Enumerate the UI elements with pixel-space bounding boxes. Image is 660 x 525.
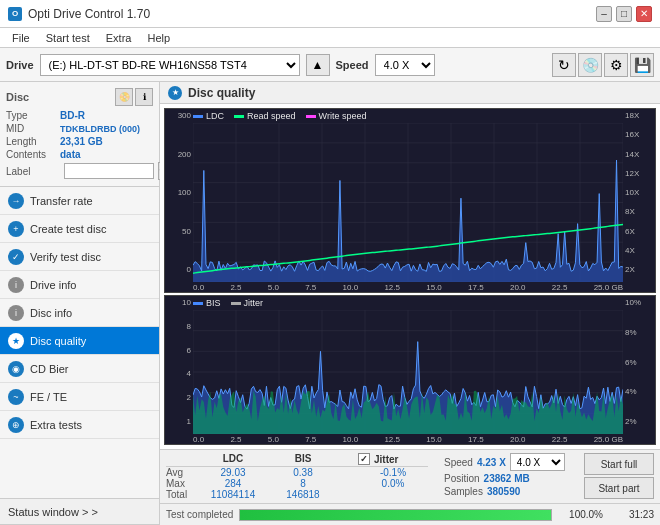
total-ldc: 11084114 xyxy=(198,489,268,500)
cd-bier-icon: ◉ xyxy=(8,361,24,377)
sidebar-item-verify-test-disc[interactable]: ✓ Verify test disc xyxy=(0,243,159,271)
legend-jitter: Jitter xyxy=(231,298,264,308)
sidebar-item-disc-quality[interactable]: ★ Disc quality xyxy=(0,327,159,355)
start-full-button[interactable]: Start full xyxy=(584,453,654,475)
sidebar-item-create-test-disc[interactable]: + Create test disc xyxy=(0,215,159,243)
save-icon[interactable]: 💾 xyxy=(630,53,654,77)
sidebar-item-drive-info[interactable]: i Drive info xyxy=(0,271,159,299)
y-label-12x: 12X xyxy=(625,169,639,178)
close-button[interactable]: ✕ xyxy=(636,6,652,22)
sidebar-item-verify-test-disc-label: Verify test disc xyxy=(30,251,101,263)
disc-mid-key: MID xyxy=(6,123,60,134)
sidebar-item-cd-bier[interactable]: ◉ CD Bier xyxy=(0,355,159,383)
sidebar-item-extra-tests[interactable]: ⊕ Extra tests xyxy=(0,411,159,439)
speed-select-control[interactable]: 4.0 X xyxy=(510,453,565,471)
y-label-6x: 6X xyxy=(625,227,635,236)
progress-time: 31:23 xyxy=(609,509,654,520)
toolbar-icons: ↻ 💿 ⚙ 💾 xyxy=(552,53,654,77)
menu-file[interactable]: File xyxy=(4,30,38,46)
y-label-300: 300 xyxy=(178,111,191,120)
settings-icon[interactable]: ⚙ xyxy=(604,53,628,77)
disc-info-icon[interactable]: ℹ xyxy=(135,88,153,106)
disc-contents-key: Contents xyxy=(6,149,60,160)
disc-label-key: Label xyxy=(6,166,60,177)
x-5: 5.0 xyxy=(268,283,279,292)
sidebar-item-transfer-rate[interactable]: → Transfer rate xyxy=(0,187,159,215)
x-15: 15.0 xyxy=(426,283,442,292)
content-area: ★ Disc quality LDC Read speed xyxy=(160,82,660,525)
speed-current-key: Speed xyxy=(444,457,473,468)
legend-jitter-label: Jitter xyxy=(244,298,264,308)
bottom-chart-y-right: 10% 8% 6% 4% 2% xyxy=(623,296,655,428)
disc-mid-val: TDKBLDRBD (000) xyxy=(60,124,140,134)
progress-bar xyxy=(239,509,552,521)
x-17-5: 17.5 xyxy=(468,283,484,292)
read-speed-dot xyxy=(234,115,244,118)
legend-ldc: LDC xyxy=(193,111,224,121)
stats-spacer xyxy=(338,453,358,467)
drive-info-icon: i xyxy=(8,277,24,293)
drive-select[interactable]: (E:) HL-DT-ST BD-RE WH16NS58 TST4 xyxy=(40,54,300,76)
start-part-button[interactable]: Start part xyxy=(584,477,654,499)
maximize-button[interactable]: □ xyxy=(616,6,632,22)
max-label: Max xyxy=(166,478,198,489)
disc-section-title: Disc xyxy=(6,91,29,103)
app-title: Opti Drive Control 1.70 xyxy=(28,7,150,21)
speed-current-row: Speed 4.23 X 4.0 X xyxy=(444,453,584,471)
sidebar-bottom: Status window > > xyxy=(0,498,159,525)
status-window-button[interactable]: Status window > > xyxy=(0,499,159,525)
content-header: ★ Disc quality xyxy=(160,82,660,104)
write-speed-dot xyxy=(306,115,316,118)
stats-ldc-header: LDC xyxy=(198,453,268,467)
y-label-4x: 4X xyxy=(625,246,635,255)
max-bis: 8 xyxy=(268,478,338,489)
y-label-100: 100 xyxy=(178,188,191,197)
samples-val: 380590 xyxy=(487,486,520,497)
x-0: 0.0 xyxy=(193,283,204,292)
y-label-18x: 18X xyxy=(625,111,639,120)
sidebar-item-disc-info[interactable]: i Disc info xyxy=(0,299,159,327)
minimize-button[interactable]: – xyxy=(596,6,612,22)
samples-row: Samples 380590 xyxy=(444,486,584,497)
sidebar-item-disc-quality-label: Disc quality xyxy=(30,335,86,347)
disc-type-key: Type xyxy=(6,110,60,121)
content-title: Disc quality xyxy=(188,86,255,100)
disc-length-key: Length xyxy=(6,136,60,147)
menu-extra[interactable]: Extra xyxy=(98,30,140,46)
refresh-icon[interactable]: ↻ xyxy=(552,53,576,77)
charts-area: LDC Read speed Write speed 300 200 100 xyxy=(160,104,660,449)
stats-max-row: Max 284 8 0.0% xyxy=(166,478,436,489)
avg-label: Avg xyxy=(166,467,198,478)
menu-start-test[interactable]: Start test xyxy=(38,30,98,46)
disc-load-icon[interactable]: 📀 xyxy=(115,88,133,106)
total-label: Total xyxy=(166,489,198,500)
legend-write-speed-label: Write speed xyxy=(319,111,367,121)
jitter-checkbox[interactable]: ✓ xyxy=(358,453,370,465)
main-layout: Disc 📀 ℹ Type BD-R MID TDKBLDRBD (000) L… xyxy=(0,82,660,525)
stats-empty-col xyxy=(166,453,198,467)
titlebar-left: O Opti Drive Control 1.70 xyxy=(8,7,150,21)
stats-total-row: Total 11084114 146818 xyxy=(166,489,436,500)
top-chart: LDC Read speed Write speed 300 200 100 xyxy=(164,108,656,293)
legend-ldc-label: LDC xyxy=(206,111,224,121)
legend-write-speed: Write speed xyxy=(306,111,367,121)
disc-label-input[interactable] xyxy=(64,163,154,179)
sidebar-item-fe-te[interactable]: ~ FE / TE xyxy=(0,383,159,411)
top-chart-x-labels: 0.0 2.5 5.0 7.5 10.0 12.5 15.0 17.5 20.0… xyxy=(193,283,623,292)
progress-bar-fill xyxy=(240,510,551,520)
stats-jitter-header: ✓ Jitter xyxy=(358,453,428,467)
position-key: Position xyxy=(444,473,480,484)
eject-button[interactable]: ▲ xyxy=(306,54,330,76)
sidebar-item-transfer-rate-label: Transfer rate xyxy=(30,195,93,207)
position-val: 23862 MB xyxy=(484,473,530,484)
speed-select[interactable]: 4.0 X xyxy=(375,54,435,76)
transfer-rate-icon: → xyxy=(8,193,24,209)
total-bis: 146818 xyxy=(268,489,338,500)
menu-help[interactable]: Help xyxy=(139,30,178,46)
x-25: 25.0 GB xyxy=(594,283,623,292)
disc-icon[interactable]: 💿 xyxy=(578,53,602,77)
y-label-8x: 8X xyxy=(625,207,635,216)
top-chart-y-left: 300 200 100 50 0 xyxy=(165,109,193,276)
titlebar: O Opti Drive Control 1.70 – □ ✕ xyxy=(0,0,660,28)
disc-quality-icon: ★ xyxy=(8,333,24,349)
